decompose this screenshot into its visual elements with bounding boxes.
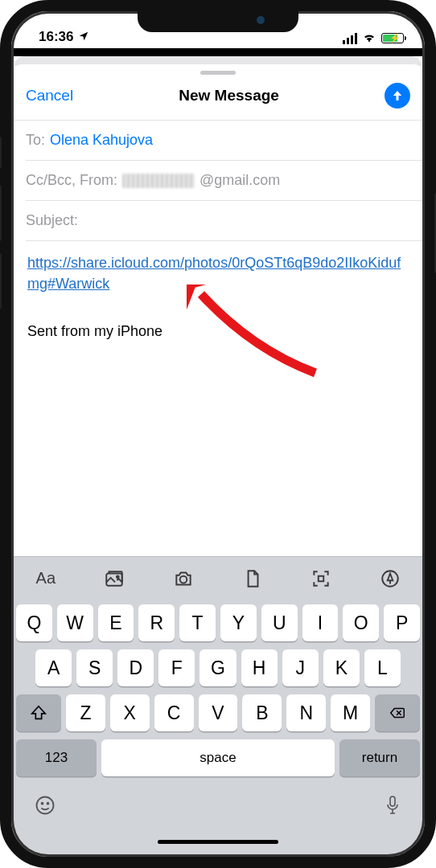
key-y[interactable]: Y (220, 604, 257, 641)
key-b[interactable]: B (242, 694, 282, 731)
return-key[interactable]: return (339, 739, 420, 776)
emoji-keyboard-icon[interactable] (34, 794, 56, 822)
svg-point-6 (42, 803, 43, 805)
to-field[interactable]: To: Olena Kahujova (26, 121, 425, 161)
cancel-button[interactable]: Cancel (26, 87, 73, 104)
shift-icon (30, 704, 47, 722)
key-d[interactable]: D (117, 649, 154, 686)
key-e[interactable]: E (98, 604, 134, 641)
to-label: To: (26, 132, 45, 149)
key-j[interactable]: J (282, 649, 319, 686)
key-o[interactable]: O (343, 604, 379, 641)
location-arrow-icon (78, 31, 89, 44)
key-m[interactable]: M (331, 694, 370, 731)
backspace-icon (388, 704, 407, 722)
key-x[interactable]: X (110, 694, 150, 731)
key-t[interactable]: T (179, 604, 216, 641)
svg-point-7 (47, 803, 49, 805)
status-time: 16:36 (39, 29, 73, 45)
from-domain: @gmail.com (199, 172, 280, 189)
document-icon[interactable] (241, 567, 265, 591)
key-p[interactable]: P (384, 604, 420, 641)
arrow-up-icon (390, 88, 405, 103)
key-l[interactable]: L (364, 649, 401, 686)
key-z[interactable]: Z (66, 694, 105, 731)
key-k[interactable]: K (323, 649, 360, 686)
key-a[interactable]: A (35, 649, 72, 686)
key-u[interactable]: U (261, 604, 298, 641)
shift-key[interactable] (16, 694, 61, 731)
photo-library-icon[interactable] (102, 567, 126, 591)
wifi-icon (362, 31, 376, 45)
to-recipient[interactable]: Olena Kahujova (50, 132, 153, 149)
numbers-key[interactable]: 123 (16, 739, 97, 776)
ccbcc-label: Cc/Bcc, From: (26, 172, 117, 189)
key-g[interactable]: G (199, 649, 236, 686)
format-text-button[interactable]: Aa (34, 567, 58, 591)
key-r[interactable]: R (138, 604, 175, 641)
key-w[interactable]: W (57, 604, 93, 641)
subject-field[interactable]: Subject: (26, 201, 425, 241)
key-n[interactable]: N (286, 694, 326, 731)
camera-icon[interactable] (171, 567, 195, 591)
key-c[interactable]: C (154, 694, 194, 731)
shared-link[interactable]: https://share.icloud.com/photos/0rQoSTt6… (27, 252, 409, 294)
signature-text: Sent from my iPhone (27, 323, 409, 340)
battery-icon: ⚡ (381, 33, 404, 43)
key-q[interactable]: Q (16, 604, 52, 641)
dictation-mic-icon[interactable] (383, 794, 402, 822)
subject-label: Subject: (26, 212, 78, 229)
key-f[interactable]: F (158, 649, 195, 686)
send-button[interactable] (385, 83, 410, 108)
svg-point-1 (117, 575, 119, 578)
svg-rect-8 (390, 796, 395, 806)
key-v[interactable]: V (199, 694, 238, 731)
space-key[interactable]: space (101, 739, 335, 776)
compose-title: New Message (179, 87, 279, 104)
svg-point-2 (180, 575, 187, 583)
cellular-signal-icon (343, 33, 357, 44)
scan-document-icon[interactable] (309, 567, 333, 591)
backspace-key[interactable] (375, 694, 420, 731)
from-redacted (122, 174, 195, 188)
key-i[interactable]: I (302, 604, 339, 641)
key-s[interactable]: S (76, 649, 113, 686)
key-h[interactable]: H (241, 649, 278, 686)
keyboard: Aa QWERTYUIOPASDFGHJKLZXCVBNM123spaceret… (11, 556, 425, 857)
svg-point-5 (37, 797, 54, 814)
home-indicator[interactable] (158, 840, 278, 844)
markup-icon[interactable] (378, 567, 402, 591)
svg-rect-3 (319, 575, 324, 581)
message-body[interactable]: https://share.icloud.com/photos/0rQoSTt6… (11, 241, 425, 556)
compose-sheet: Cancel New Message To: Olena Kahujova Cc… (11, 64, 425, 857)
ccbcc-from-field[interactable]: Cc/Bcc, From: @gmail.com (26, 161, 425, 201)
